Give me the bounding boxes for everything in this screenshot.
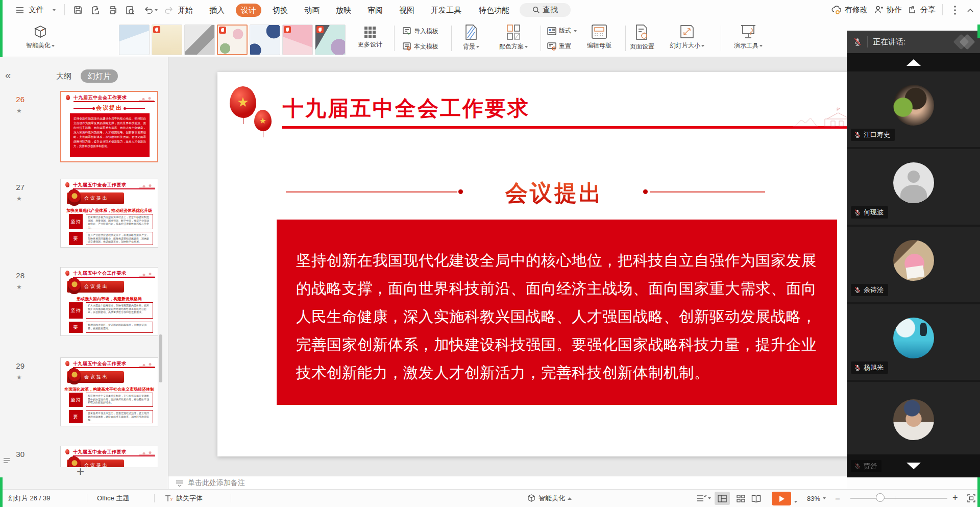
edit-master-button[interactable]: 编辑母版: [579, 23, 620, 50]
participant-tile[interactable]: 何现波: [847, 149, 980, 225]
meeting-header[interactable]: 正在讲话:: [847, 31, 980, 53]
tab-animation[interactable]: 动画: [299, 4, 325, 17]
tab-transitions[interactable]: 切换: [267, 4, 293, 17]
panel-menu-icon[interactable]: [3, 457, 10, 464]
fit-to-window-button[interactable]: [967, 494, 976, 503]
print-preview-icon[interactable]: [124, 4, 137, 17]
reset-button[interactable]: 重置: [547, 42, 571, 51]
template-thumb-1[interactable]: [119, 25, 150, 55]
export-icon[interactable]: [89, 4, 102, 17]
import-template-button[interactable]: 导入模板: [402, 27, 438, 36]
mini-balloon-icon: [66, 95, 70, 100]
tab-insert[interactable]: 插入: [204, 4, 230, 17]
save-icon[interactable]: [71, 4, 85, 17]
docer-badge-icon: [153, 26, 160, 33]
speaking-label: 正在讲话:: [873, 37, 905, 47]
template-thumb-5[interactable]: [250, 25, 280, 55]
slide-body-textbox[interactable]: 坚持创新在我国现代化建设全局中的核心地位，把科技自立自强作为国家发展的战略支撑，…: [277, 220, 837, 405]
modified-status[interactable]: 有修改: [831, 0, 868, 19]
collaborate-button[interactable]: 协作: [874, 0, 902, 19]
template-thumb-2[interactable]: [152, 25, 182, 55]
smart-beautify-status-button[interactable]: 智能美化: [527, 490, 572, 507]
tab-design[interactable]: 设计: [236, 4, 261, 17]
tab-view[interactable]: 视图: [394, 4, 420, 17]
zoom-level[interactable]: 83%: [807, 490, 826, 507]
smart-beautify-icon: [527, 494, 536, 503]
tab-slideshow[interactable]: 放映: [331, 4, 356, 17]
tab-special-features[interactable]: 特色功能: [474, 4, 514, 17]
template-thumb-6[interactable]: [282, 25, 313, 55]
slide-sorter-view-button[interactable]: [733, 492, 748, 505]
more-designs-button[interactable]: 更多设计: [351, 26, 389, 49]
kebab-menu-icon[interactable]: [948, 4, 962, 17]
mini-tiananmen-decoration: [139, 184, 155, 188]
notes-toggle-button[interactable]: [695, 492, 713, 505]
participant-tile[interactable]: 余诗浍: [847, 227, 980, 302]
grid-icon: [363, 26, 377, 39]
zoom-slider-track[interactable]: [850, 498, 947, 499]
thumb-subtitle: 加快发展现代产业体系，推动经济体系优化升级: [61, 208, 158, 213]
notes-bar[interactable]: 单击此处添加备注: [168, 476, 847, 489]
tab-home[interactable]: 开始: [173, 4, 198, 17]
thumb-body-box: 坚持创新在我国现代化建设全局中的核心地位，把科技自立自强作为国家发展的战略支撑，…: [70, 113, 150, 157]
notes-placeholder: 单击此处添加备注: [188, 478, 245, 488]
transition-star-icon[interactable]: ★: [16, 374, 22, 381]
hamburger-menu-icon[interactable]: [13, 4, 27, 17]
zoom-slider-handle[interactable]: [876, 493, 885, 502]
template-thumb-7[interactable]: [315, 25, 346, 55]
participant-tile[interactable]: 江口寿史: [847, 71, 980, 147]
transition-star-icon[interactable]: ★: [16, 195, 22, 202]
background-button[interactable]: 背景: [455, 23, 487, 51]
zoom-out-button[interactable]: −: [835, 494, 840, 504]
slide-thumbnail-29[interactable]: 十九届五中全会工作要求 会议提出 全面深化改革，构建高水平社会主义市场经济体制 …: [60, 357, 158, 426]
tab-devtools[interactable]: 开发工具: [426, 4, 467, 17]
notes-expand-icon[interactable]: [176, 479, 184, 487]
share-button[interactable]: 分享: [908, 0, 936, 19]
template-thumb-3[interactable]: [184, 25, 215, 55]
play-slideshow-button[interactable]: [772, 492, 791, 505]
smart-beautify-button[interactable]: 智能美化: [17, 25, 63, 50]
search-box[interactable]: 查找: [520, 3, 571, 17]
thumb-banner: 会议提出: [67, 192, 124, 204]
color-scheme-button[interactable]: 配色方案: [491, 23, 536, 51]
scroll-down-zone[interactable]: [847, 454, 980, 477]
current-slide[interactable]: ★ ★ 十九届五中全会工作要求 会议提出 坚持创新在我国现代化建设全局中的核心地…: [217, 72, 857, 456]
theme-name[interactable]: Office 主题: [97, 490, 129, 507]
text-template-button[interactable]: 本文模板: [402, 42, 438, 51]
section-heading[interactable]: 会议提出: [498, 178, 610, 208]
slide-thumbnail-26[interactable]: 十九届五中全会工作要求 会议提出 坚持创新在我国现代化建设全局中的核心地位，把科…: [60, 91, 158, 162]
slide-size-button[interactable]: 幻灯片大小: [664, 23, 710, 50]
collapse-panel-icon[interactable]: «: [5, 69, 11, 81]
scroll-up-zone[interactable]: [847, 53, 980, 71]
tab-outline[interactable]: 大纲: [49, 69, 79, 83]
play-dropdown-icon[interactable]: [794, 497, 797, 504]
undo-dropdown-icon[interactable]: [153, 4, 159, 17]
collapse-ribbon-icon[interactable]: [964, 4, 977, 17]
missing-font-warning[interactable]: ? 缺失字体: [164, 490, 203, 507]
file-menu[interactable]: 文件: [29, 0, 44, 19]
thumb-heading: 会议提出: [96, 105, 122, 111]
normal-view-button[interactable]: [715, 492, 730, 505]
add-slide-button[interactable]: +: [77, 464, 84, 479]
transition-star-icon[interactable]: ★: [16, 283, 22, 291]
zoom-in-button[interactable]: +: [952, 493, 958, 503]
slide-thumbnail-30[interactable]: 十九届五中全会工作要求 会议提出: [60, 446, 158, 467]
page-setup-button[interactable]: 页面设置: [624, 23, 660, 51]
meeting-app-logo-icon: [955, 36, 973, 47]
transition-star-icon[interactable]: ★: [16, 107, 22, 114]
layout-button[interactable]: 版式: [547, 27, 577, 35]
slide-title[interactable]: 十九届五中全会工作要求: [283, 94, 530, 123]
edit-master-icon: [591, 23, 608, 40]
slide-thumbnail-28[interactable]: 十九届五中全会工作要求 会议提出 形成强大国内市场，构建新发展格局 坚持扩大内需…: [60, 267, 158, 336]
tab-review[interactable]: 审阅: [362, 4, 388, 17]
presentation-tools-button[interactable]: 演示工具: [725, 23, 772, 50]
participant-tile[interactable]: 杨旭光: [847, 304, 980, 380]
slide-thumbnail-27[interactable]: 十九届五中全会工作要求 会议提出 加快发展现代产业体系，推动经济体系优化升级 坚…: [60, 179, 158, 248]
print-icon[interactable]: [106, 4, 119, 17]
edit-master-label: 编辑母版: [587, 41, 611, 50]
template-thumb-4-selected[interactable]: [217, 25, 248, 55]
panel-scrollbar-thumb[interactable]: [159, 334, 162, 382]
tab-slides[interactable]: 幻灯片: [81, 69, 118, 83]
file-chevron-icon[interactable]: [50, 4, 58, 17]
reading-view-button[interactable]: [748, 492, 764, 505]
